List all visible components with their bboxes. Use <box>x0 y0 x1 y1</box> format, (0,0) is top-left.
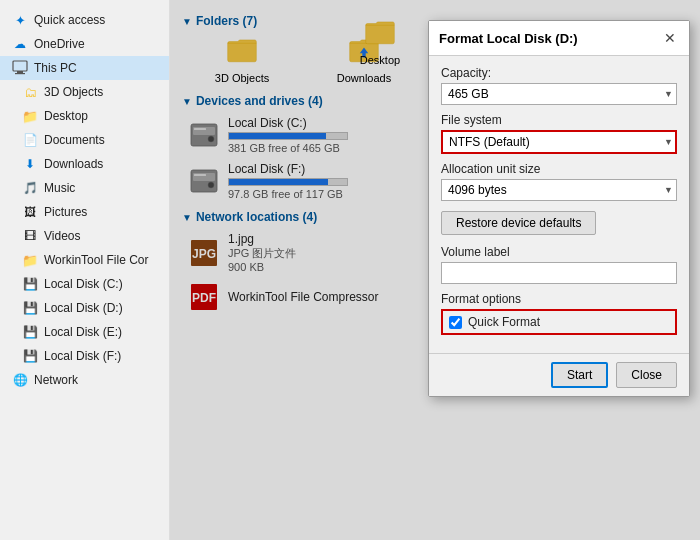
volume-label-label: Volume label <box>441 245 677 259</box>
sidebar-item-localc[interactable]: 💾 Local Disk (C:) <box>0 272 169 296</box>
main-content: ▼ Folders (7) 3D Objects Downloads Deskt… <box>170 0 700 540</box>
sidebar-label: 3D Objects <box>44 85 103 99</box>
sidebar-item-3dobjects[interactable]: 🗂 3D Objects <box>0 80 169 104</box>
sidebar-label: Videos <box>44 229 80 243</box>
allocation-row: Allocation unit size 4096 bytes ▼ <box>441 162 677 201</box>
music-icon: 🎵 <box>22 180 38 196</box>
close-dialog-button[interactable]: Close <box>616 362 677 388</box>
sidebar: ✦ Quick access ☁ OneDrive This PC 🗂 3D O… <box>0 0 170 540</box>
dialog-body: Capacity: 465 GB ▼ File system NTFS (Def… <box>429 56 689 353</box>
volume-label-input[interactable] <box>441 262 677 284</box>
sidebar-label: Local Disk (E:) <box>44 325 122 339</box>
quick-format-row: Quick Format <box>441 309 677 335</box>
sidebar-label: Desktop <box>44 109 88 123</box>
sidebar-label: Local Disk (F:) <box>44 349 121 363</box>
sidebar-item-pictures[interactable]: 🖼 Pictures <box>0 200 169 224</box>
dialog-footer: Start Close <box>429 353 689 396</box>
sidebar-label: Music <box>44 181 75 195</box>
allocation-select-wrap: 4096 bytes ▼ <box>441 179 677 201</box>
sidebar-item-quick-access[interactable]: ✦ Quick access <box>0 8 169 32</box>
dialog-titlebar: Format Local Disk (D:) ✕ <box>429 21 689 56</box>
quick-format-label: Quick Format <box>468 315 540 329</box>
documents-icon: 📄 <box>22 132 38 148</box>
format-options-label: Format options <box>441 292 677 306</box>
capacity-label: Capacity: <box>441 66 677 80</box>
quick-format-checkbox[interactable] <box>449 316 462 329</box>
dialog-overlay: Format Local Disk (D:) ✕ Capacity: 465 G… <box>170 0 700 540</box>
drive-icon: 💾 <box>22 348 38 364</box>
pictures-icon: 🖼 <box>22 204 38 220</box>
capacity-row: Capacity: 465 GB ▼ <box>441 66 677 105</box>
cloud-icon: ☁ <box>12 36 28 52</box>
network-icon: 🌐 <box>12 372 28 388</box>
sidebar-label: Network <box>34 373 78 387</box>
dialog-close-button[interactable]: ✕ <box>661 29 679 47</box>
svg-rect-2 <box>15 73 25 74</box>
format-dialog: Format Local Disk (D:) ✕ Capacity: 465 G… <box>428 20 690 397</box>
capacity-select-wrap: 465 GB ▼ <box>441 83 677 105</box>
folder-icon: 🗂 <box>22 84 38 100</box>
sidebar-item-videos[interactable]: 🎞 Videos <box>0 224 169 248</box>
sidebar-item-workintool[interactable]: 📁 WorkinTool File Cor <box>0 248 169 272</box>
sidebar-item-onedrive[interactable]: ☁ OneDrive <box>0 32 169 56</box>
filesystem-label: File system <box>441 113 677 127</box>
sidebar-item-this-pc[interactable]: This PC <box>0 56 169 80</box>
drive-icon: 💾 <box>22 276 38 292</box>
sidebar-item-localf[interactable]: 💾 Local Disk (F:) <box>0 344 169 368</box>
start-button[interactable]: Start <box>551 362 608 388</box>
sidebar-label: Pictures <box>44 205 87 219</box>
drive-icon: 💾 <box>22 300 38 316</box>
drive-icon: 💾 <box>22 324 38 340</box>
format-options-row: Format options Quick Format <box>441 292 677 335</box>
restore-row: Restore device defaults <box>441 211 677 235</box>
allocation-label: Allocation unit size <box>441 162 677 176</box>
sidebar-label: Documents <box>44 133 105 147</box>
svg-rect-0 <box>13 61 27 71</box>
filesystem-row: File system NTFS (Default) FAT32 exFAT ▼ <box>441 113 677 154</box>
sidebar-label: Quick access <box>34 13 105 27</box>
sidebar-label: OneDrive <box>34 37 85 51</box>
downloads-icon: ⬇ <box>22 156 38 172</box>
sidebar-item-desktop[interactable]: 📁 Desktop <box>0 104 169 128</box>
folder-icon: 📁 <box>22 108 38 124</box>
restore-defaults-button[interactable]: Restore device defaults <box>441 211 596 235</box>
sidebar-item-network[interactable]: 🌐 Network <box>0 368 169 392</box>
capacity-select[interactable]: 465 GB <box>441 83 677 105</box>
sidebar-item-documents[interactable]: 📄 Documents <box>0 128 169 152</box>
sidebar-item-locald[interactable]: 💾 Local Disk (D:) <box>0 296 169 320</box>
sidebar-label: Local Disk (D:) <box>44 301 123 315</box>
sidebar-label: Local Disk (C:) <box>44 277 123 291</box>
sidebar-label: This PC <box>34 61 77 75</box>
videos-icon: 🎞 <box>22 228 38 244</box>
volume-label-row: Volume label <box>441 245 677 284</box>
sidebar-item-music[interactable]: 🎵 Music <box>0 176 169 200</box>
sidebar-label: Downloads <box>44 157 103 171</box>
filesystem-select-wrap: NTFS (Default) FAT32 exFAT ▼ <box>441 130 677 154</box>
star-icon: ✦ <box>12 12 28 28</box>
dialog-title: Format Local Disk (D:) <box>439 31 578 46</box>
sidebar-item-locale[interactable]: 💾 Local Disk (E:) <box>0 320 169 344</box>
filesystem-select[interactable]: NTFS (Default) FAT32 exFAT <box>441 130 677 154</box>
folder-icon: 📁 <box>22 252 38 268</box>
sidebar-label: WorkinTool File Cor <box>44 253 148 267</box>
allocation-select[interactable]: 4096 bytes <box>441 179 677 201</box>
svg-rect-1 <box>17 71 23 73</box>
pc-icon <box>12 60 28 76</box>
sidebar-item-downloads[interactable]: ⬇ Downloads <box>0 152 169 176</box>
